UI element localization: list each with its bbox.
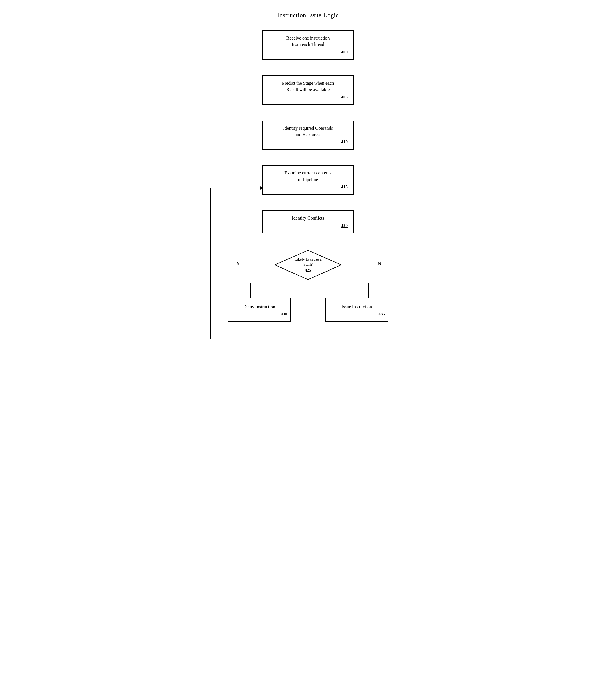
box-400: Receive one instructionfrom each Thread … [262,30,354,60]
box-405-number: 405 [268,94,348,100]
page-title: Instruction Issue Logic [208,12,408,19]
arrow-spacer-5 [208,233,408,249]
box-400-number: 400 [268,49,348,55]
box-405: Predict the Stage when eachResult will b… [262,75,354,105]
diamond-425-label: Likely to cause aStall? [290,257,326,267]
arrow-spacer-3 [208,150,408,165]
step-405-container: Predict the Stage when eachResult will b… [208,75,408,105]
box-430-text: Delay Instruction [231,304,287,310]
box-415: Examine current contentsof Pipeline 415 [262,165,354,195]
box-420: Identify Conflicts 420 [262,210,354,233]
arrow-spacer-6 [208,281,408,298]
step-415-container: Examine current contentsof Pipeline 415 [208,165,408,195]
box-430-number: 430 [231,311,287,317]
label-y: Y [236,261,240,266]
box-420-number: 420 [268,223,348,229]
box-435: Issue Instruction 435 [325,298,388,322]
diamond-425: Likely to cause aStall? 425 [273,249,343,281]
box-410-text: Identify required Operandsand Resources [268,125,348,138]
box-400-text: Receive one instructionfrom each Thread [268,35,348,48]
bottom-row: Delay Instruction 430 Issue Instruction … [228,298,388,322]
box-405-text: Predict the Stage when eachResult will b… [268,80,348,93]
box-415-text: Examine current contentsof Pipeline [268,170,348,183]
box-420-text: Identify Conflicts [268,215,348,221]
box-415-number: 415 [268,184,348,190]
step-420-container: Identify Conflicts 420 [208,210,408,233]
page: Instruction Issue Logic [208,12,408,333]
label-n: N [378,261,381,266]
arrow-spacer-4 [208,195,408,210]
box-430: Delay Instruction 430 [228,298,291,322]
bottom-spacer [208,322,408,333]
box-410-number: 410 [268,139,348,145]
arrow-spacer-2 [208,105,408,121]
box-435-text: Issue Instruction [329,304,385,310]
diamond-425-number: 425 [290,268,326,273]
arrow-spacer-1 [208,60,408,75]
diamond-425-container: Y N Likely to cause aStall? 425 [208,249,408,281]
step-400-container: Receive one instructionfrom each Thread … [208,30,408,60]
diamond-425-text: Likely to cause aStall? 425 [290,257,326,273]
step-410-container: Identify required Operandsand Resources … [208,121,408,150]
box-435-number: 435 [329,311,385,317]
box-410: Identify required Operandsand Resources … [262,121,354,150]
